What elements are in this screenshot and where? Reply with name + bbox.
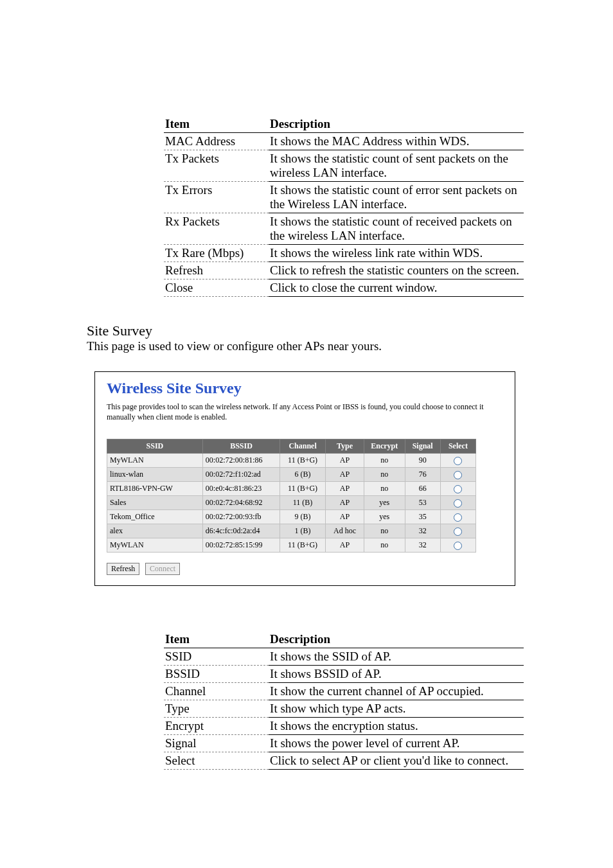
- cell-item: Select: [164, 752, 269, 770]
- cell-type: AP: [326, 454, 364, 468]
- cell-select[interactable]: [440, 468, 475, 482]
- cell-channel: 11 (B+G): [280, 538, 326, 553]
- cell-description: It shows the statistic count of sent pac…: [269, 150, 524, 182]
- table-row: RTL8186-VPN-GW00:e0:4c:81:86:2311 (B+G)A…: [107, 482, 476, 496]
- cell-select[interactable]: [440, 482, 475, 496]
- cell-ssid: RTL8186-VPN-GW: [107, 482, 203, 496]
- col-header-channel: Channel: [280, 439, 326, 454]
- cell-item: Tx Packets: [164, 150, 269, 182]
- cell-item: Type: [164, 700, 269, 718]
- cell-description: It shows the SSID of AP.: [269, 648, 524, 666]
- col-header-select: Select: [440, 439, 475, 454]
- cell-description: It shows the MAC Address within WDS.: [269, 133, 524, 150]
- cell-item: Close: [164, 279, 269, 297]
- cell-description: Click to select AP or client you'd like …: [269, 752, 524, 770]
- connect-button[interactable]: Connect: [145, 563, 180, 575]
- table-row: linux-wlan00:02:72:f1:02:ad6 (B)APno76: [107, 468, 476, 482]
- cell-type: AP: [326, 538, 364, 553]
- cell-bssid: 00:02:72:f1:02:ad: [202, 468, 280, 482]
- cell-select[interactable]: [440, 454, 475, 468]
- table-row: MyWLAN00:02:72:00:81:8611 (B+G)APno90: [107, 454, 476, 468]
- cell-description: It shows the wireless link rate within W…: [269, 245, 524, 262]
- cell-item: Encrypt: [164, 718, 269, 735]
- table-row: Tx Rare (Mbps)It shows the wireless link…: [164, 245, 524, 262]
- radio-icon[interactable]: [454, 542, 462, 550]
- cell-description: It shows the encryption status.: [269, 718, 524, 735]
- cell-encrypt: yes: [364, 496, 405, 510]
- cell-type: AP: [326, 496, 364, 510]
- col-header-encrypt: Encrypt: [364, 439, 405, 454]
- cell-description: It shows the statistic count of error se…: [269, 182, 524, 213]
- cell-signal: 66: [405, 482, 440, 496]
- cell-encrypt: no: [364, 524, 405, 538]
- table-row: SelectClick to select AP or client you'd…: [164, 752, 524, 770]
- cell-bssid: 00:02:72:04:68:92: [202, 496, 280, 510]
- site-survey-table: SSID BSSID Channel Type Encrypt Signal S…: [107, 439, 476, 553]
- cell-bssid: 00:02:72:85:15:99: [202, 538, 280, 553]
- table-row: BSSIDIt shows BSSID of AP.: [164, 666, 524, 683]
- section-heading-site-survey: Site Survey: [87, 323, 536, 339]
- cell-signal: 76: [405, 468, 440, 482]
- cell-select[interactable]: [440, 538, 475, 553]
- site-survey-panel: Wireless Site Survey This page provides …: [94, 371, 515, 586]
- cell-description: It shows the power level of current AP.: [269, 735, 524, 752]
- refresh-button[interactable]: Refresh: [107, 563, 139, 575]
- radio-icon[interactable]: [454, 513, 462, 522]
- cell-select[interactable]: [440, 496, 475, 510]
- cell-bssid: 00:02:72:00:81:86: [202, 454, 280, 468]
- table-row: Sales00:02:72:04:68:9211 (B)APyes53: [107, 496, 476, 510]
- radio-icon[interactable]: [454, 527, 462, 536]
- cell-item: Channel: [164, 683, 269, 700]
- cell-signal: 53: [405, 496, 440, 510]
- col-header-description: Description: [269, 116, 524, 133]
- section-subtext: This page is used to view or configure o…: [87, 339, 536, 353]
- radio-icon[interactable]: [454, 485, 462, 493]
- table-row: MAC AddressIt shows the MAC Address with…: [164, 133, 524, 150]
- cell-item: Refresh: [164, 262, 269, 279]
- cell-type: Ad hoc: [326, 524, 364, 538]
- radio-icon[interactable]: [454, 471, 462, 479]
- table-row: TypeIt show which type AP acts.: [164, 700, 524, 718]
- cell-description: It shows the statistic count of received…: [269, 213, 524, 245]
- cell-ssid: Sales: [107, 496, 203, 510]
- cell-item: Tx Rare (Mbps): [164, 245, 269, 262]
- site-survey-definition-table: Item Description SSIDIt shows the SSID o…: [164, 631, 524, 770]
- cell-signal: 32: [405, 538, 440, 553]
- table-row: RefreshClick to refresh the statistic co…: [164, 262, 524, 279]
- cell-channel: 11 (B+G): [280, 482, 326, 496]
- cell-channel: 11 (B): [280, 496, 326, 510]
- table-row: Tekom_Office00:02:72:00:93:fb9 (B)APyes3…: [107, 510, 476, 524]
- cell-channel: 6 (B): [280, 468, 326, 482]
- cell-type: AP: [326, 510, 364, 524]
- table-row: MyWLAN00:02:72:85:15:9911 (B+G)APno32: [107, 538, 476, 553]
- table-row: SignalIt shows the power level of curren…: [164, 735, 524, 752]
- cell-select[interactable]: [440, 510, 475, 524]
- col-header-ssid: SSID: [107, 439, 203, 454]
- cell-channel: 11 (B+G): [280, 454, 326, 468]
- cell-encrypt: no: [364, 454, 405, 468]
- radio-icon[interactable]: [454, 457, 462, 465]
- radio-icon[interactable]: [454, 499, 462, 508]
- cell-signal: 90: [405, 454, 440, 468]
- cell-description: It shows BSSID of AP.: [269, 666, 524, 683]
- table-row: Rx PacketsIt shows the statistic count o…: [164, 213, 524, 245]
- cell-item: BSSID: [164, 666, 269, 683]
- table-row: Tx PacketsIt shows the statistic count o…: [164, 150, 524, 182]
- table-row: EncryptIt shows the encryption status.: [164, 718, 524, 735]
- cell-bssid: 00:02:72:00:93:fb: [202, 510, 280, 524]
- cell-encrypt: no: [364, 468, 405, 482]
- col-header-item: Item: [164, 116, 269, 133]
- cell-description: It show which type AP acts.: [269, 700, 524, 718]
- cell-encrypt: yes: [364, 510, 405, 524]
- table-row: CloseClick to close the current window.: [164, 279, 524, 297]
- cell-type: AP: [326, 468, 364, 482]
- cell-description: Click to refresh the statistic counters …: [269, 262, 524, 279]
- wds-stats-definition-table: Item Description MAC AddressIt shows the…: [164, 116, 524, 297]
- cell-ssid: Tekom_Office: [107, 510, 203, 524]
- cell-select[interactable]: [440, 524, 475, 538]
- cell-item: SSID: [164, 648, 269, 666]
- table-row: ChannelIt show the current channel of AP…: [164, 683, 524, 700]
- cell-description: Click to close the current window.: [269, 279, 524, 297]
- panel-title: Wireless Site Survey: [107, 380, 503, 397]
- cell-description: It show the current channel of AP occupi…: [269, 683, 524, 700]
